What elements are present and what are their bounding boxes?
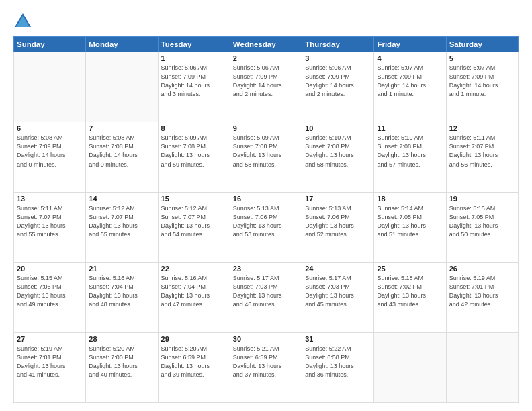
calendar-cell: 23Sunrise: 5:17 AM Sunset: 7:03 PM Dayli… [230, 263, 302, 332]
calendar-cell: 19Sunrise: 5:15 AM Sunset: 7:05 PM Dayli… [446, 192, 518, 262]
day-number: 31 [305, 335, 371, 343]
calendar-cell: 17Sunrise: 5:13 AM Sunset: 7:06 PM Dayli… [302, 192, 374, 262]
day-detail: Sunrise: 5:19 AM Sunset: 7:01 PM Dayligh… [449, 274, 515, 309]
day-detail: Sunrise: 5:17 AM Sunset: 7:03 PM Dayligh… [305, 274, 371, 309]
calendar-cell: 12Sunrise: 5:11 AM Sunset: 7:07 PM Dayli… [446, 122, 518, 192]
day-detail: Sunrise: 5:06 AM Sunset: 7:09 PM Dayligh… [161, 64, 227, 99]
calendar-cell: 1Sunrise: 5:06 AM Sunset: 7:09 PM Daylig… [158, 52, 230, 122]
calendar-week-4: 20Sunrise: 5:15 AM Sunset: 7:05 PM Dayli… [14, 263, 519, 332]
day-detail: Sunrise: 5:13 AM Sunset: 7:06 PM Dayligh… [305, 204, 371, 239]
calendar-header-wednesday: Wednesday [230, 37, 302, 52]
day-number: 3 [305, 54, 371, 62]
day-number: 4 [377, 54, 443, 62]
calendar-cell [446, 332, 518, 402]
day-detail: Sunrise: 5:22 AM Sunset: 6:58 PM Dayligh… [305, 345, 371, 379]
calendar-cell: 9Sunrise: 5:09 AM Sunset: 7:08 PM Daylig… [230, 122, 302, 192]
day-number: 9 [233, 124, 299, 132]
calendar-cell: 10Sunrise: 5:10 AM Sunset: 7:08 PM Dayli… [302, 122, 374, 192]
calendar-cell: 24Sunrise: 5:17 AM Sunset: 7:03 PM Dayli… [302, 263, 374, 332]
calendar-cell: 31Sunrise: 5:22 AM Sunset: 6:58 PM Dayli… [302, 332, 374, 402]
day-number: 29 [161, 335, 227, 343]
calendar-cell: 6Sunrise: 5:08 AM Sunset: 7:09 PM Daylig… [14, 122, 86, 192]
calendar-header-row: SundayMondayTuesdayWednesdayThursdayFrid… [14, 37, 519, 52]
calendar-cell: 21Sunrise: 5:16 AM Sunset: 7:04 PM Dayli… [86, 263, 158, 332]
day-number: 1 [161, 54, 227, 62]
day-detail: Sunrise: 5:15 AM Sunset: 7:05 PM Dayligh… [17, 274, 83, 309]
day-number: 5 [449, 54, 515, 62]
day-number: 6 [17, 124, 83, 132]
calendar-cell: 14Sunrise: 5:12 AM Sunset: 7:07 PM Dayli… [86, 192, 158, 262]
calendar-cell [86, 52, 158, 122]
day-detail: Sunrise: 5:16 AM Sunset: 7:04 PM Dayligh… [89, 274, 154, 309]
day-number: 14 [89, 195, 154, 203]
calendar-cell: 26Sunrise: 5:19 AM Sunset: 7:01 PM Dayli… [446, 263, 518, 332]
calendar-header-tuesday: Tuesday [158, 37, 230, 52]
calendar-cell: 5Sunrise: 5:07 AM Sunset: 7:09 PM Daylig… [446, 52, 518, 122]
day-number: 15 [161, 195, 227, 203]
calendar-cell: 20Sunrise: 5:15 AM Sunset: 7:05 PM Dayli… [14, 263, 86, 332]
calendar-cell: 29Sunrise: 5:20 AM Sunset: 6:59 PM Dayli… [158, 332, 230, 402]
day-detail: Sunrise: 5:18 AM Sunset: 7:02 PM Dayligh… [377, 274, 443, 309]
calendar-cell: 11Sunrise: 5:10 AM Sunset: 7:08 PM Dayli… [374, 122, 446, 192]
calendar-header-saturday: Saturday [446, 37, 518, 52]
calendar-header-friday: Friday [374, 37, 446, 52]
day-detail: Sunrise: 5:09 AM Sunset: 7:08 PM Dayligh… [233, 134, 299, 169]
calendar-week-2: 6Sunrise: 5:08 AM Sunset: 7:09 PM Daylig… [14, 122, 519, 192]
day-number: 27 [17, 335, 83, 343]
day-detail: Sunrise: 5:10 AM Sunset: 7:08 PM Dayligh… [377, 134, 443, 169]
calendar-header-monday: Monday [86, 37, 158, 52]
logo-icon [13, 12, 32, 31]
day-detail: Sunrise: 5:12 AM Sunset: 7:07 PM Dayligh… [161, 204, 227, 239]
day-number: 17 [305, 195, 371, 203]
day-number: 24 [305, 265, 371, 273]
calendar-cell: 30Sunrise: 5:21 AM Sunset: 6:59 PM Dayli… [230, 332, 302, 402]
day-number: 20 [17, 265, 83, 273]
calendar-cell: 25Sunrise: 5:18 AM Sunset: 7:02 PM Dayli… [374, 263, 446, 332]
logo [13, 12, 35, 31]
calendar-week-1: 1Sunrise: 5:06 AM Sunset: 7:09 PM Daylig… [14, 52, 519, 122]
day-detail: Sunrise: 5:13 AM Sunset: 7:06 PM Dayligh… [233, 204, 299, 239]
day-number: 12 [449, 124, 515, 132]
page: SundayMondayTuesdayWednesdayThursdayFrid… [0, 0, 532, 411]
day-number: 7 [89, 124, 154, 132]
day-number: 10 [305, 124, 371, 132]
day-number: 23 [233, 265, 299, 273]
header [13, 12, 519, 31]
calendar-cell: 7Sunrise: 5:08 AM Sunset: 7:08 PM Daylig… [86, 122, 158, 192]
day-number: 30 [233, 335, 299, 343]
day-detail: Sunrise: 5:12 AM Sunset: 7:07 PM Dayligh… [89, 204, 154, 239]
day-number: 21 [89, 265, 154, 273]
day-detail: Sunrise: 5:08 AM Sunset: 7:08 PM Dayligh… [89, 134, 154, 169]
calendar-week-3: 13Sunrise: 5:11 AM Sunset: 7:07 PM Dayli… [14, 192, 519, 262]
calendar-cell: 15Sunrise: 5:12 AM Sunset: 7:07 PM Dayli… [158, 192, 230, 262]
calendar-header-sunday: Sunday [14, 37, 86, 52]
day-detail: Sunrise: 5:06 AM Sunset: 7:09 PM Dayligh… [305, 64, 371, 99]
calendar-table: SundayMondayTuesdayWednesdayThursdayFrid… [13, 36, 519, 403]
calendar-cell [374, 332, 446, 402]
calendar-week-5: 27Sunrise: 5:19 AM Sunset: 7:01 PM Dayli… [14, 332, 519, 402]
day-detail: Sunrise: 5:16 AM Sunset: 7:04 PM Dayligh… [161, 274, 227, 309]
day-detail: Sunrise: 5:07 AM Sunset: 7:09 PM Dayligh… [377, 64, 443, 99]
calendar-cell: 8Sunrise: 5:09 AM Sunset: 7:08 PM Daylig… [158, 122, 230, 192]
day-detail: Sunrise: 5:20 AM Sunset: 6:59 PM Dayligh… [161, 345, 227, 379]
day-number: 22 [161, 265, 227, 273]
day-number: 26 [449, 265, 515, 273]
day-detail: Sunrise: 5:14 AM Sunset: 7:05 PM Dayligh… [377, 204, 443, 239]
day-detail: Sunrise: 5:09 AM Sunset: 7:08 PM Dayligh… [161, 134, 227, 169]
day-detail: Sunrise: 5:07 AM Sunset: 7:09 PM Dayligh… [449, 64, 515, 99]
day-number: 18 [377, 195, 443, 203]
day-number: 11 [377, 124, 443, 132]
day-detail: Sunrise: 5:21 AM Sunset: 6:59 PM Dayligh… [233, 345, 299, 379]
day-detail: Sunrise: 5:17 AM Sunset: 7:03 PM Dayligh… [233, 274, 299, 309]
calendar-cell [14, 52, 86, 122]
calendar-cell: 13Sunrise: 5:11 AM Sunset: 7:07 PM Dayli… [14, 192, 86, 262]
day-detail: Sunrise: 5:11 AM Sunset: 7:07 PM Dayligh… [449, 134, 515, 169]
day-number: 2 [233, 54, 299, 62]
calendar-cell: 16Sunrise: 5:13 AM Sunset: 7:06 PM Dayli… [230, 192, 302, 262]
day-detail: Sunrise: 5:19 AM Sunset: 7:01 PM Dayligh… [17, 345, 83, 379]
day-detail: Sunrise: 5:11 AM Sunset: 7:07 PM Dayligh… [17, 204, 83, 239]
day-number: 19 [449, 195, 515, 203]
calendar-cell: 22Sunrise: 5:16 AM Sunset: 7:04 PM Dayli… [158, 263, 230, 332]
calendar-cell: 3Sunrise: 5:06 AM Sunset: 7:09 PM Daylig… [302, 52, 374, 122]
calendar-header-thursday: Thursday [302, 37, 374, 52]
